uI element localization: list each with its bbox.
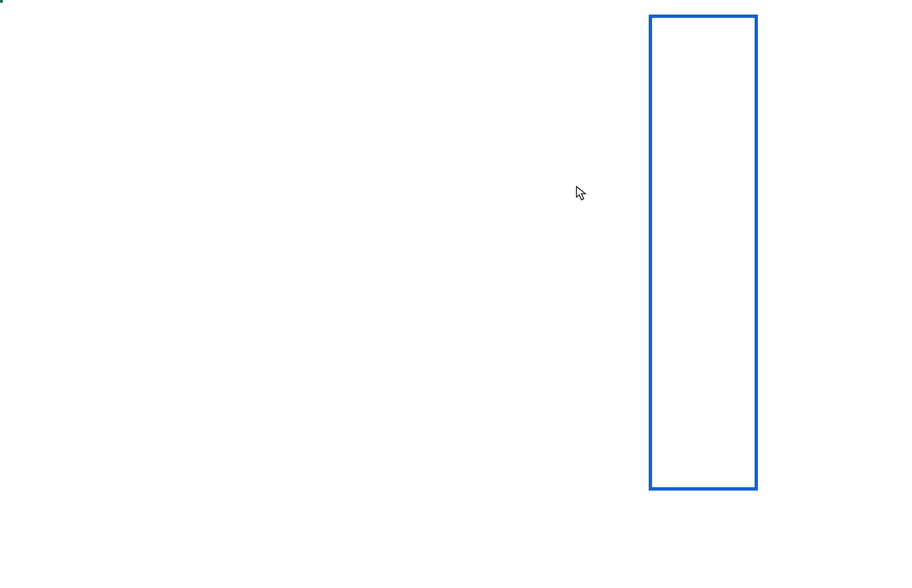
active-cell-indicator	[0, 0, 2, 2]
mouse-cursor	[576, 186, 588, 202]
column-highlight-box	[649, 15, 758, 491]
